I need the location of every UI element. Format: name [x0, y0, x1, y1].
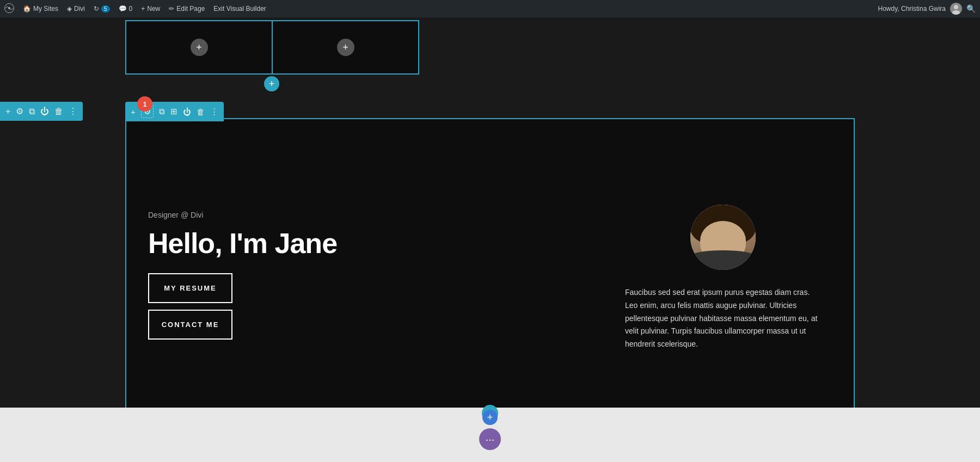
avatar[interactable]	[950, 3, 962, 15]
new-menu[interactable]: + New	[141, 5, 160, 13]
contact-button[interactable]: CONTACT ME	[148, 310, 232, 340]
panel-add-button-left[interactable]: +	[191, 39, 208, 56]
new-label: New	[147, 5, 160, 13]
row-toolbar-delete[interactable]: 🗑	[197, 107, 205, 116]
admin-bar-right: Howdy, Christina Gwira 🔍	[878, 3, 976, 15]
hero-buttons: MY RESUME CONTACT ME	[148, 273, 592, 340]
new-icon: +	[141, 5, 145, 13]
left-toolbar-duplicate[interactable]: ⧉	[29, 107, 35, 116]
search-icon[interactable]: 🔍	[966, 4, 976, 13]
more-options-icon: ···	[486, 433, 495, 446]
left-toolbar-delete[interactable]: 🗑	[54, 107, 63, 116]
updates-count: 5	[101, 5, 110, 13]
hero-section: Designer @ Divi Hello, I'm Jane MY RESUM…	[125, 118, 855, 432]
comments-icon: 💬	[119, 5, 127, 13]
bio-text: Faucibus sed sed erat ipsum purus egesta…	[625, 286, 821, 351]
add-row-button-top[interactable]: +	[264, 76, 279, 91]
row-toolbar-columns[interactable]: ⊞	[170, 107, 177, 116]
exit-builder-label: Exit Visual Builder	[213, 5, 266, 13]
left-toolbar-settings[interactable]: ⚙	[16, 106, 23, 116]
add-section-button[interactable]: +	[482, 410, 498, 425]
updates-menu[interactable]: ↻ 5	[94, 5, 110, 13]
top-panels: + +	[125, 20, 419, 75]
updates-icon: ↻	[94, 5, 99, 13]
row-toolbar-add[interactable]: +	[131, 107, 136, 116]
wp-icon	[4, 3, 14, 15]
avatar-image	[690, 205, 756, 270]
my-sites-menu[interactable]: 🏠 My Sites	[23, 5, 58, 13]
top-panel-right: +	[272, 20, 419, 75]
svg-point-2	[954, 5, 958, 9]
top-panel-left: +	[125, 20, 272, 75]
left-toolbar-more[interactable]: ⋮	[69, 106, 77, 116]
left-toolbar-add[interactable]: +	[5, 107, 10, 116]
divi-menu[interactable]: ◈ Divi	[67, 5, 85, 13]
row-toolbar-toggle[interactable]: ⏻	[183, 107, 191, 116]
avatar-face	[690, 205, 756, 270]
row-toolbar-more[interactable]: ⋮	[210, 107, 218, 116]
row-toolbar-duplicate[interactable]: ⧉	[159, 107, 165, 116]
divi-label: Divi	[74, 5, 85, 13]
row-number-badge: 1	[137, 96, 152, 112]
main-content: + + + + ⚙ ⧉ ⏻ 🗑 ⋮ 1 + ⚙ ⧉ ⊞ ⏻ 🗑 ⋮ Design…	[0, 17, 980, 462]
edit-page-label: Edit Page	[176, 5, 205, 13]
divi-icon: ◈	[67, 5, 72, 13]
wp-logo[interactable]	[4, 3, 14, 15]
comments-menu[interactable]: 💬 0	[119, 5, 133, 13]
my-sites-label: My Sites	[33, 5, 58, 13]
exit-builder-menu[interactable]: Exit Visual Builder	[213, 5, 266, 13]
hero-left: Designer @ Divi Hello, I'm Jane MY RESUM…	[148, 135, 592, 415]
svg-point-3	[952, 10, 960, 15]
admin-bar: 🏠 My Sites ◈ Divi ↻ 5 💬 0 + New ✏ Edit P…	[0, 0, 980, 17]
hero-right: Faucibus sed sed erat ipsum purus egesta…	[614, 135, 832, 415]
edit-icon: ✏	[169, 5, 174, 13]
howdy-text: Howdy, Christina Gwira	[878, 5, 946, 13]
hero-title: Hello, I'm Jane	[148, 228, 592, 259]
left-section-toolbar: + ⚙ ⧉ ⏻ 🗑 ⋮	[0, 102, 83, 121]
more-options-button[interactable]: ···	[479, 428, 501, 450]
resume-button[interactable]: MY RESUME	[148, 273, 232, 303]
left-toolbar-toggle[interactable]: ⏻	[40, 107, 49, 116]
comments-count: 0	[129, 5, 133, 13]
avatar-body	[690, 250, 756, 270]
edit-page-menu[interactable]: ✏ Edit Page	[169, 5, 205, 13]
panel-add-button-right[interactable]: +	[337, 39, 354, 56]
home-icon: 🏠	[23, 5, 31, 13]
svg-point-1	[8, 7, 10, 9]
designer-label: Designer @ Divi	[148, 211, 592, 219]
